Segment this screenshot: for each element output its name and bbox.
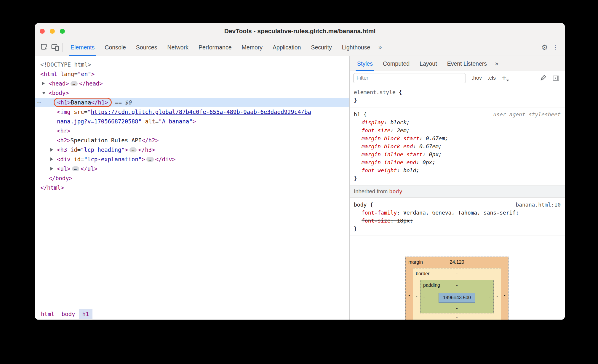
dom-node[interactable]: <h2>Speculation Rules API</h2> bbox=[35, 136, 349, 145]
content-wrap: 1496×43.500 bbox=[428, 291, 486, 304]
tab-console[interactable]: Console bbox=[100, 39, 131, 56]
expand-ellipsis-button[interactable]: … bbox=[71, 81, 78, 86]
dom-token-link[interactable]: nana.jpg?v=1705668720588 bbox=[57, 118, 138, 125]
tab-lighthouse[interactable]: Lighthouse bbox=[337, 39, 375, 56]
box-model-content[interactable]: 1496×43.500 bbox=[439, 293, 475, 303]
box-model-margin[interactable]: margin 24.120 - border - bbox=[405, 257, 509, 320]
tab-application[interactable]: Application bbox=[268, 39, 306, 56]
padding-right-value[interactable]: - bbox=[486, 291, 493, 304]
dom-node-selected[interactable]: ⋯<h1>Banana</h1> == $0 bbox=[35, 98, 349, 107]
padding-top-value[interactable]: - bbox=[420, 283, 493, 288]
dom-token-tag: <hr> bbox=[57, 128, 71, 134]
dom-node[interactable]: <html lang="en"> bbox=[35, 69, 349, 79]
margin-top-value[interactable]: 24.120 bbox=[406, 260, 508, 265]
style-property-margin-block-end[interactable]: margin-block-end: 0.67em; bbox=[354, 142, 561, 150]
expand-ellipsis-button[interactable]: … bbox=[129, 147, 137, 152]
style-property-font-weight[interactable]: font-weight: bold; bbox=[354, 166, 561, 174]
style-property-margin-block-start[interactable]: margin-block-start: 0.67em; bbox=[354, 134, 561, 142]
dom-node[interactable]: <img src="https://cdn.glitch.global/87b4… bbox=[35, 107, 349, 117]
device-icon bbox=[51, 43, 59, 51]
more-tabs-icon[interactable]: » bbox=[375, 44, 385, 51]
expand-arrow-right-icon[interactable] bbox=[50, 167, 53, 170]
dom-node[interactable]: <h3 id="lcp-heading">…</h3> bbox=[35, 145, 349, 154]
inspect-element-icon[interactable] bbox=[39, 42, 50, 53]
tab-security[interactable]: Security bbox=[306, 39, 337, 56]
dom-node[interactable]: <head>…</head> bbox=[35, 79, 349, 88]
tab-layout[interactable]: Layout bbox=[415, 56, 442, 71]
tab-performance[interactable]: Performance bbox=[194, 39, 237, 56]
tab-memory[interactable]: Memory bbox=[237, 39, 268, 56]
main-tab-strip: ElementsConsoleSourcesNetworkPerformance… bbox=[65, 39, 375, 56]
rule-source-link[interactable]: banana.html:10 bbox=[516, 201, 561, 209]
window-titlebar: DevTools - speculative-rules.glitch.me/b… bbox=[35, 23, 565, 39]
dom-token-attr: lang bbox=[57, 71, 74, 77]
style-property-font-size[interactable]: font-size: 2em; bbox=[354, 126, 561, 134]
box-model-padding[interactable]: padding - - 1496×43.500 bbox=[420, 280, 494, 313]
minimize-button[interactable] bbox=[50, 29, 55, 34]
expand-arrow-right-icon[interactable] bbox=[50, 157, 53, 161]
tab-styles[interactable]: Styles bbox=[352, 56, 378, 71]
rule-selector[interactable]: element.style bbox=[354, 89, 396, 95]
dom-token-tag: </head> bbox=[79, 80, 103, 87]
styles-filter-input[interactable] bbox=[353, 73, 466, 83]
padding-bottom-value[interactable]: - bbox=[420, 304, 493, 313]
tab-network[interactable]: Network bbox=[162, 39, 194, 56]
expand-arrow-right-icon[interactable] bbox=[50, 148, 53, 152]
dom-token-val: "lcp-heading" bbox=[81, 146, 125, 153]
breadcrumb-item-h1[interactable]: h1 bbox=[79, 309, 93, 319]
border-right-value[interactable]: - bbox=[494, 280, 501, 313]
inherited-node-link[interactable]: body bbox=[389, 188, 402, 194]
dom-token-tag: > bbox=[193, 118, 196, 125]
breadcrumb-item-body[interactable]: body bbox=[58, 309, 79, 319]
border-bottom-value[interactable]: - bbox=[413, 313, 501, 320]
dom-token-link[interactable]: https://cdn.glitch.global/87b4c0fe-655a-… bbox=[91, 109, 311, 115]
expand-ellipsis-button[interactable]: … bbox=[146, 157, 154, 162]
style-property-font-size[interactable]: font-size: 18px; bbox=[354, 217, 561, 225]
element-classes-button[interactable]: .cls bbox=[488, 75, 496, 81]
dom-node[interactable]: nana.jpg?v=1705668720588" alt="A banana"… bbox=[35, 117, 349, 126]
expand-arrow-down-icon[interactable] bbox=[42, 92, 46, 94]
tab-sources[interactable]: Sources bbox=[131, 39, 162, 56]
style-property-margin-inline-start[interactable]: margin-inline-start: 0px; bbox=[354, 150, 561, 158]
toggle-element-state-button[interactable]: :hov bbox=[472, 75, 482, 81]
rule-selector[interactable]: h1 bbox=[354, 111, 360, 117]
dom-node[interactable]: <!DOCTYPE html> bbox=[35, 60, 349, 69]
box-model-diagram: margin 24.120 - border - bbox=[405, 257, 509, 320]
padding-left-value[interactable]: - bbox=[420, 291, 428, 304]
toggle-sidebar-icon[interactable] bbox=[551, 73, 561, 83]
settings-gear-icon[interactable]: ⚙ bbox=[539, 42, 550, 53]
tab-elements[interactable]: Elements bbox=[65, 39, 100, 56]
dom-token-plain: Speculation Rules API bbox=[71, 137, 142, 144]
margin-left-value[interactable]: - bbox=[406, 268, 413, 320]
expand-ellipsis-button[interactable]: … bbox=[72, 166, 79, 171]
dom-token-val: " bbox=[87, 109, 91, 115]
style-property-font-family[interactable]: font-family: Verdana, Geneva, Tahoma, sa… bbox=[354, 209, 561, 217]
device-toolbar-icon[interactable] bbox=[50, 42, 60, 53]
rule-selector[interactable]: body bbox=[354, 202, 367, 208]
dom-node[interactable]: <hr> bbox=[35, 126, 349, 136]
dom-node[interactable]: <body> bbox=[35, 88, 349, 98]
dom-node[interactable]: <div id="lcp-explanation">…</div> bbox=[35, 154, 349, 164]
dom-node[interactable]: </html> bbox=[35, 183, 349, 192]
more-sidebar-tabs-icon[interactable]: » bbox=[492, 60, 502, 67]
more-options-kebab-icon[interactable]: ⋮ bbox=[550, 42, 561, 53]
breadcrumb-item-html[interactable]: html bbox=[37, 309, 58, 319]
dom-node[interactable]: </body> bbox=[35, 173, 349, 183]
border-top-value[interactable]: - bbox=[413, 271, 501, 276]
box-model-border[interactable]: border - - padding - bbox=[413, 268, 501, 320]
tab-computed[interactable]: Computed bbox=[378, 56, 415, 71]
dom-node[interactable]: <ul>…</ul> bbox=[35, 164, 349, 173]
margin-right-value[interactable]: - bbox=[501, 268, 508, 320]
rule-close-brace: } bbox=[354, 225, 561, 233]
expand-arrow-right-icon[interactable] bbox=[42, 82, 45, 85]
rendering-brush-icon[interactable] bbox=[538, 73, 548, 83]
new-style-rule-button[interactable]: + bbox=[502, 74, 506, 82]
zoom-button[interactable] bbox=[60, 29, 65, 34]
style-property-display[interactable]: display: block; bbox=[354, 118, 561, 126]
dom-token-tag: > bbox=[142, 156, 145, 162]
node-options-dots[interactable]: ⋯ bbox=[37, 98, 41, 107]
tab-event-listeners[interactable]: Event Listeners bbox=[442, 56, 492, 71]
close-button[interactable] bbox=[40, 29, 45, 34]
border-left-value[interactable]: - bbox=[413, 280, 420, 313]
style-property-margin-inline-end[interactable]: margin-inline-end: 0px; bbox=[354, 158, 561, 166]
